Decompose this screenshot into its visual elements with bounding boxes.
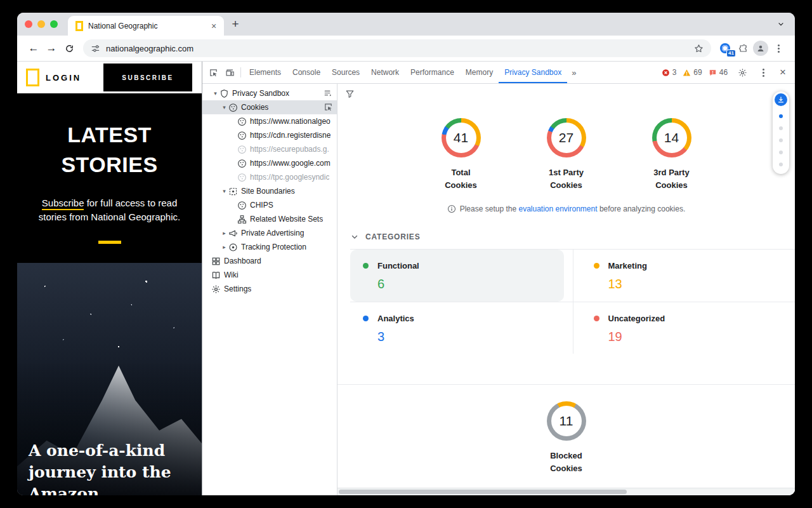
forward-button[interactable]: → (43, 39, 60, 57)
login-button[interactable]: LOGIN (46, 73, 81, 83)
category-value: 19 (608, 330, 796, 344)
tree-item-private-advertising[interactable]: ▸Private Advertising (202, 226, 337, 240)
categories-header[interactable]: CATEGORIES (350, 232, 795, 241)
tree-item-label: Private Advertising (241, 229, 304, 237)
profile-button[interactable] (752, 39, 769, 57)
intro-text-line2: stories from National Geographic. (39, 211, 180, 222)
category-label: Marketing (608, 261, 647, 271)
site-settings-icon[interactable] (91, 44, 100, 53)
extensions-button[interactable] (734, 39, 752, 57)
horizontal-scrollbar[interactable] (337, 488, 795, 495)
browser-tab[interactable]: National Geographic × (68, 16, 224, 36)
tree-item-label: https://tpc.googlesyndic (250, 173, 329, 182)
tree-item-wiki[interactable]: Wiki (202, 268, 337, 282)
inspect-icon[interactable] (324, 102, 333, 112)
devtools-close-button[interactable]: × (776, 66, 790, 79)
bookmark-star-icon[interactable] (694, 44, 704, 53)
devtools-settings-button[interactable] (734, 64, 750, 81)
devtools-tab-elements[interactable]: Elements (244, 62, 287, 83)
device-toolbar-button[interactable] (221, 64, 238, 81)
reload-button[interactable] (60, 39, 78, 57)
error-count[interactable]: 3 (662, 68, 677, 77)
inspect-element-button[interactable] (205, 64, 221, 81)
natgeo-header: LOGIN SUBSCRIBE (17, 62, 202, 93)
tab-search-icon[interactable] (777, 20, 785, 28)
boundary-icon (228, 187, 238, 196)
tree-item-https-www-google-com[interactable]: https://www.google.com (202, 156, 337, 170)
category-label: Functional (377, 261, 419, 271)
category-card-functional[interactable]: Functional6 (350, 250, 564, 302)
url-text[interactable]: nationalgeographic.com (106, 44, 688, 53)
category-card-uncategorized[interactable]: Uncategorized19 (573, 302, 796, 354)
close-window-button[interactable] (25, 20, 32, 28)
donut-value: 14 (657, 123, 687, 153)
minimize-window-button[interactable] (37, 20, 45, 28)
tree-item-https-tpc-googlesyndic[interactable]: https://tpc.googlesyndic (202, 170, 337, 184)
donut-value: 41 (446, 123, 476, 153)
sandbox-icon (219, 89, 229, 98)
category-value: 6 (377, 277, 564, 291)
tab-title: National Geographic (88, 22, 204, 30)
scroll-dot[interactable] (779, 150, 783, 154)
browser-window: National Geographic × + ← → nationalgeog… (17, 13, 795, 495)
hero-caption[interactable]: A one-of-a-kind journey into the Amazon (29, 440, 197, 495)
categories-grid: Functional6Marketing13Analytics3Uncatego… (350, 250, 795, 354)
tree-item-tracking-protection[interactable]: ▸Tracking Protection (202, 240, 337, 254)
subscribe-button[interactable]: SUBSCRIBE (103, 64, 192, 91)
devtools-tab-memory[interactable]: Memory (460, 62, 499, 83)
hero-story-card[interactable]: A one-of-a-kind journey into the Amazon (17, 263, 202, 495)
tab-close-icon[interactable]: × (209, 21, 219, 31)
scrollbar-thumb[interactable] (339, 490, 627, 494)
expander-down-icon[interactable]: ▾ (211, 90, 219, 97)
devtools-tab-console[interactable]: Console (287, 62, 326, 83)
tree-item-https-cdn-registerdisne[interactable]: https://cdn.registerdisne (202, 128, 337, 142)
devtools-tab-performance[interactable]: Performance (405, 62, 460, 83)
more-tabs-button[interactable]: » (567, 68, 580, 77)
tree-item-related-website-sets[interactable]: Related Website Sets (202, 212, 337, 226)
category-card-marketing[interactable]: Marketing13 (573, 250, 796, 302)
kebab-icon (778, 48, 780, 50)
expander-right-icon[interactable]: ▸ (220, 244, 228, 250)
address-bar[interactable]: nationalgeographic.com (83, 39, 711, 57)
tree-item-chips[interactable]: CHIPS (202, 198, 337, 212)
category-card-analytics[interactable]: Analytics3 (350, 302, 573, 354)
chevron-down-icon[interactable] (350, 232, 359, 241)
natgeo-logo[interactable] (26, 69, 39, 86)
tree-item-label: CHIPS (250, 201, 273, 210)
scroll-dot[interactable] (779, 163, 783, 166)
tree-item-label: https://www.google.com (250, 159, 331, 168)
warning-count[interactable]: 69 (683, 68, 702, 77)
scroll-dot[interactable] (779, 126, 783, 130)
scroll-dot[interactable] (779, 138, 783, 142)
tree-item-https-www-nationalgeo[interactable]: https://www.nationalgeo (202, 114, 337, 128)
devtools-tab-sources[interactable]: Sources (326, 62, 365, 83)
expander-down-icon[interactable]: ▾ (220, 188, 228, 194)
back-button[interactable]: ← (25, 39, 43, 57)
issues-count-label: 46 (719, 68, 728, 77)
category-dot (363, 316, 369, 321)
devtools-tab-network[interactable]: Network (365, 62, 405, 83)
new-tab-button[interactable]: + (226, 15, 244, 33)
tree-item-settings[interactable]: Settings (202, 282, 337, 296)
evaluation-environment-link[interactable]: evaluation environment (518, 204, 597, 213)
donut-ring: 27 (547, 118, 586, 157)
tree-item-dashboard[interactable]: Dashboard (202, 254, 337, 268)
download-report-button[interactable] (775, 93, 787, 106)
browser-menu-button[interactable] (769, 39, 787, 57)
expander-right-icon[interactable]: ▸ (220, 230, 228, 236)
zoom-window-button[interactable] (50, 20, 58, 28)
issues-count[interactable]: 46 (709, 68, 728, 77)
devtools-menu-button[interactable] (757, 66, 769, 79)
subscribe-link[interactable]: Subscribe (42, 197, 84, 210)
tree-item-privacy-sandbox[interactable]: ▾Privacy Sandbox (202, 86, 337, 100)
setup-info: Please setup the evaluation environment … (337, 204, 795, 213)
expander-down-icon[interactable]: ▾ (220, 104, 228, 110)
tree-item-https-securepubads-g[interactable]: https://securepubads.g. (202, 142, 337, 156)
privacy-sandbox-extension-button[interactable]: 41 (716, 39, 734, 57)
tree-item-site-boundaries[interactable]: ▾Site Boundaries (202, 184, 337, 198)
tree-item-cookies[interactable]: ▾Cookies (202, 100, 337, 114)
cookie-icon (228, 103, 238, 112)
devtools-tab-privacy-sandbox[interactable]: Privacy Sandbox (499, 62, 567, 83)
scroll-dot-active[interactable] (779, 114, 783, 118)
menu-icon[interactable] (324, 88, 333, 98)
